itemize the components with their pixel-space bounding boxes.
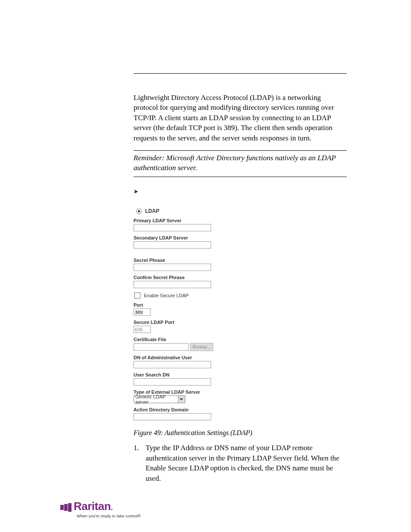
secondary-ldap-label: Secondary LDAP Server bbox=[134, 235, 220, 240]
user-search-dn-label: User Search DN bbox=[134, 372, 220, 377]
secure-port-input[interactable] bbox=[134, 326, 151, 333]
ad-domain-label: Active Directory Domain bbox=[134, 407, 220, 412]
cert-file-label: Certificate File bbox=[134, 337, 220, 342]
procedure-arrow: ➤ bbox=[134, 188, 347, 195]
secret-phrase-input[interactable] bbox=[134, 264, 211, 271]
chevron-down-icon bbox=[178, 396, 185, 403]
primary-ldap-label: Primary LDAP Server bbox=[134, 218, 220, 223]
step-1-text: Type the IP Address or DNS name of your … bbox=[146, 443, 347, 483]
user-search-dn-input[interactable] bbox=[134, 378, 211, 386]
cert-file-input[interactable] bbox=[134, 343, 189, 351]
dn-admin-label: DN of Administrative User bbox=[134, 355, 220, 360]
step-1: 1. Type the IP Address or DNS name of yo… bbox=[134, 443, 347, 483]
ldap-radio-label: LDAP bbox=[145, 208, 159, 214]
top-rule bbox=[134, 73, 347, 74]
confirm-secret-label: Confirm Secret Phrase bbox=[134, 275, 220, 280]
secure-port-label: Secure LDAP Port bbox=[134, 320, 220, 325]
brand-logo: Raritan. bbox=[60, 500, 141, 513]
type-ext-selected: Generic LDAP server bbox=[135, 394, 178, 404]
confirm-secret-input[interactable] bbox=[134, 281, 211, 288]
step-1-number: 1. bbox=[134, 443, 146, 483]
secondary-ldap-input[interactable] bbox=[134, 241, 211, 249]
port-input[interactable] bbox=[134, 308, 151, 316]
type-ext-select[interactable]: Generic LDAP server bbox=[134, 395, 185, 403]
ldap-form: LDAP Primary LDAP Server Secondary LDAP … bbox=[134, 208, 220, 420]
brand-tagline: When you're ready to take control® bbox=[77, 513, 141, 518]
arrow-icon: ➤ bbox=[134, 188, 138, 195]
ad-domain-input[interactable] bbox=[134, 413, 211, 420]
port-label: Port bbox=[134, 302, 220, 308]
enable-secure-ldap-checkbox[interactable] bbox=[134, 292, 140, 299]
figure-caption: Figure 49: Authentication Settings (LDAP… bbox=[134, 429, 347, 437]
primary-ldap-input[interactable] bbox=[134, 224, 211, 231]
secret-phrase-label: Secret Phrase bbox=[134, 258, 220, 263]
enable-secure-ldap-label: Enable Secure LDAP bbox=[144, 293, 189, 298]
footer: Raritan. When you're ready to take contr… bbox=[60, 500, 141, 518]
logo-bars-icon bbox=[60, 503, 72, 512]
reminder-note: Reminder: Microsoft Active Directory fun… bbox=[134, 150, 347, 177]
dn-admin-input[interactable] bbox=[134, 361, 211, 368]
browse-button[interactable]: Browse... bbox=[190, 343, 213, 351]
brand-name: Raritan. bbox=[74, 500, 113, 513]
intro-paragraph: Lightweight Directory Access Protocol (L… bbox=[134, 93, 347, 143]
ldap-radio[interactable] bbox=[136, 208, 142, 214]
